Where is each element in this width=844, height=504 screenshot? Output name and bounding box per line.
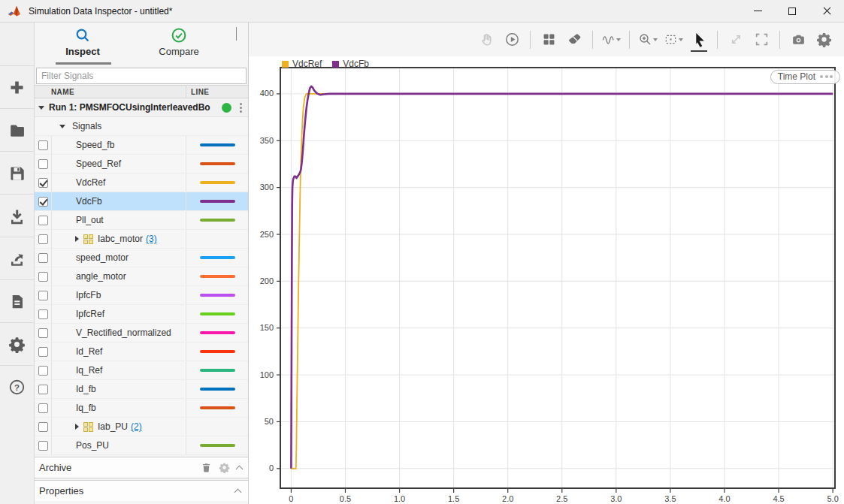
- new-button[interactable]: [0, 66, 34, 109]
- tab-inspect[interactable]: Inspect: [35, 23, 131, 65]
- signal-line-swatch[interactable]: [200, 200, 235, 203]
- run-row[interactable]: Run 1: PMSMFOCUsingInterleavedBo: [35, 98, 248, 117]
- plot-area[interactable]: 00.51.01.52.02.53.03.54.04.55.0050100150…: [249, 56, 844, 504]
- signal-line-swatch[interactable]: [200, 444, 235, 447]
- signal-checkbox[interactable]: [38, 178, 48, 188]
- signal-checkbox[interactable]: [38, 366, 48, 376]
- signal-row[interactable]: VdcRef: [35, 174, 248, 192]
- signal-checkbox[interactable]: [38, 253, 48, 263]
- signal-name: Pos_PU: [76, 440, 109, 451]
- signal-group-name: Iab_PU: [98, 421, 128, 432]
- signal-row[interactable]: Iq_Ref: [35, 361, 248, 380]
- signal-display-button[interactable]: [601, 29, 621, 50]
- preferences-button[interactable]: [0, 323, 34, 366]
- import-button[interactable]: [0, 195, 34, 237]
- trash-icon[interactable]: [201, 462, 212, 473]
- maximize-button[interactable]: [775, 0, 809, 22]
- signal-row[interactable]: Id_fb: [35, 380, 248, 399]
- signal-checkbox[interactable]: [38, 422, 48, 432]
- signal-group-row[interactable]: Iabc_motor(3): [35, 230, 248, 249]
- signal-checkbox[interactable]: [38, 347, 48, 357]
- signal-checkbox[interactable]: [38, 328, 48, 338]
- signal-line-swatch[interactable]: [200, 350, 235, 353]
- signal-row[interactable]: IpfcRef: [35, 305, 248, 324]
- help-button[interactable]: ?: [0, 366, 34, 409]
- tab-compare[interactable]: Compare: [131, 23, 227, 65]
- archive-settings-gear-icon[interactable]: [219, 462, 230, 473]
- time-plot-badge[interactable]: Time Plot: [770, 70, 840, 84]
- export-button[interactable]: [0, 237, 34, 280]
- signal-line-swatch[interactable]: [200, 406, 235, 409]
- signal-line-swatch[interactable]: [200, 162, 235, 165]
- signal-row[interactable]: IpfcFb: [35, 286, 248, 305]
- signal-line-swatch[interactable]: [200, 294, 235, 297]
- properties-bar[interactable]: Properties: [35, 480, 248, 501]
- signal-checkbox[interactable]: [38, 216, 48, 225]
- save-button[interactable]: [0, 152, 34, 195]
- signal-line-swatch[interactable]: [200, 331, 235, 334]
- zoom-in-button[interactable]: [638, 29, 658, 50]
- resize-axes-button[interactable]: [726, 29, 746, 50]
- signal-line-swatch[interactable]: [200, 388, 235, 391]
- signal-checkbox[interactable]: [38, 234, 48, 244]
- signal-row[interactable]: angle_motor: [35, 267, 248, 286]
- close-button[interactable]: [809, 0, 844, 22]
- signal-checkbox[interactable]: [38, 403, 48, 413]
- pointer-button[interactable]: [689, 29, 709, 50]
- signal-row[interactable]: Pos_PU: [35, 436, 248, 455]
- signal-row[interactable]: speed_motor: [35, 249, 248, 267]
- minimize-button[interactable]: [740, 0, 775, 22]
- signal-line-swatch[interactable]: [200, 312, 235, 315]
- signal-checkbox[interactable]: [38, 272, 48, 282]
- archive-label: Archive: [39, 462, 71, 473]
- signal-row[interactable]: VdcFb: [35, 192, 248, 211]
- pan-button[interactable]: [476, 29, 496, 50]
- fullscreen-button[interactable]: [752, 29, 771, 50]
- caret-down-icon[interactable]: [38, 106, 44, 110]
- signal-row[interactable]: Speed_Ref: [35, 155, 248, 174]
- archive-bar[interactable]: Archive: [35, 457, 248, 478]
- ellipsis-menu-icon[interactable]: [820, 75, 833, 78]
- snapshot-button[interactable]: [788, 29, 808, 50]
- visualization-settings-button[interactable]: [814, 29, 833, 50]
- signal-row[interactable]: V_Rectified_normalized: [35, 324, 248, 343]
- signal-line-swatch[interactable]: [200, 181, 235, 184]
- signal-checkbox[interactable]: [38, 309, 48, 319]
- signal-line-swatch[interactable]: [200, 275, 235, 278]
- collapse-archive-icon[interactable]: [236, 465, 244, 472]
- signal-checkbox[interactable]: [38, 441, 48, 451]
- layout-button[interactable]: [539, 29, 558, 50]
- signal-row[interactable]: Id_Ref: [35, 343, 248, 361]
- time-plot-chart[interactable]: 00.51.01.52.02.53.03.54.04.55.0050100150…: [249, 56, 844, 504]
- signal-line-swatch[interactable]: [200, 256, 235, 259]
- caret-down-icon[interactable]: [59, 125, 65, 128]
- signal-group-row[interactable]: Iab_PU(2): [35, 418, 248, 436]
- signals-group-row[interactable]: Signals: [35, 117, 248, 136]
- svg-text:0: 0: [269, 463, 274, 472]
- signal-line-swatch[interactable]: [200, 143, 235, 146]
- run-menu-button[interactable]: [235, 103, 246, 113]
- clear-plots-button[interactable]: [564, 29, 584, 50]
- signal-line-swatch[interactable]: [200, 369, 235, 372]
- signal-row[interactable]: Iq_fb: [35, 399, 248, 418]
- signal-checkbox[interactable]: [38, 385, 48, 394]
- collapse-properties-icon[interactable]: [234, 488, 242, 496]
- report-button[interactable]: [0, 280, 34, 323]
- signal-checkbox[interactable]: [38, 140, 48, 150]
- open-button[interactable]: [0, 109, 34, 152]
- signal-group-count-link[interactable]: (2): [131, 421, 142, 432]
- svg-text:3.0: 3.0: [610, 494, 622, 503]
- caret-right-icon[interactable]: [75, 236, 79, 242]
- signal-row[interactable]: Speed_fb: [35, 136, 248, 155]
- collapse-panel-button[interactable]: [236, 27, 244, 35]
- fit-to-view-button[interactable]: [664, 29, 683, 50]
- signal-line-swatch[interactable]: [200, 219, 235, 222]
- signal-row[interactable]: Pll_out: [35, 211, 248, 230]
- signal-checkbox[interactable]: [38, 159, 48, 169]
- signal-checkbox[interactable]: [38, 197, 48, 207]
- replay-button[interactable]: [502, 29, 522, 50]
- filter-signals-input[interactable]: [36, 68, 247, 84]
- signal-checkbox[interactable]: [38, 291, 48, 300]
- caret-right-icon[interactable]: [75, 424, 79, 430]
- signal-group-count-link[interactable]: (3): [146, 234, 157, 244]
